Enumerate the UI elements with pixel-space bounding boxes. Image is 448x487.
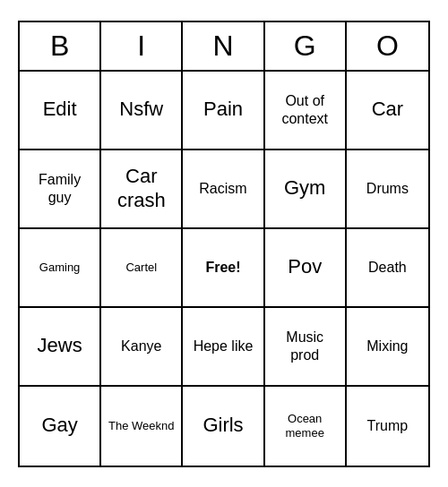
cell-text-2: Pain xyxy=(203,98,243,121)
bingo-cell-17[interactable]: Hepe like xyxy=(183,308,264,387)
bingo-cell-16[interactable]: Kanye xyxy=(101,308,183,387)
bingo-cell-4[interactable]: Car xyxy=(347,72,428,150)
bingo-cell-18[interactable]: Music prod xyxy=(265,308,347,387)
bingo-cell-2[interactable]: Pain xyxy=(183,72,264,150)
cell-text-11: Cartel xyxy=(125,261,157,275)
bingo-grid: EditNsfwPainOut of contextCarFamily guyC… xyxy=(20,72,428,466)
bingo-cell-5[interactable]: Family guy xyxy=(20,150,101,229)
cell-text-7: Racism xyxy=(199,180,246,197)
cell-text-0: Edit xyxy=(43,98,77,121)
bingo-cell-6[interactable]: Car crash xyxy=(101,150,183,229)
bingo-card: BINGO EditNsfwPainOut of contextCarFamil… xyxy=(18,21,430,467)
cell-text-18: Music prod xyxy=(271,329,340,363)
bingo-cell-11[interactable]: Cartel xyxy=(101,229,183,308)
bingo-header: BINGO xyxy=(20,22,428,72)
cell-text-24: Trump xyxy=(367,417,409,434)
bingo-cell-1[interactable]: Nsfw xyxy=(101,72,183,150)
header-letter-b: B xyxy=(20,22,101,70)
bingo-cell-9[interactable]: Drums xyxy=(347,150,428,229)
bingo-cell-13[interactable]: Pov xyxy=(265,229,347,308)
cell-text-1: Nsfw xyxy=(119,98,163,121)
cell-text-10: Gaming xyxy=(39,261,81,275)
cell-text-9: Drums xyxy=(366,180,409,197)
cell-text-6: Car crash xyxy=(107,165,176,212)
cell-text-23: Ocean memee xyxy=(271,412,340,440)
header-letter-o: O xyxy=(347,22,428,70)
bingo-cell-12[interactable]: Free! xyxy=(183,229,264,308)
cell-text-22: Girls xyxy=(202,414,243,437)
header-letter-g: G xyxy=(265,22,347,70)
cell-text-20: Gay xyxy=(41,414,77,437)
bingo-cell-10[interactable]: Gaming xyxy=(20,229,101,308)
cell-text-14: Death xyxy=(368,259,407,276)
cell-text-12: Free! xyxy=(205,259,240,276)
bingo-cell-14[interactable]: Death xyxy=(347,229,428,308)
bingo-cell-22[interactable]: Girls xyxy=(183,387,264,466)
header-letter-i: I xyxy=(101,22,183,70)
bingo-cell-3[interactable]: Out of context xyxy=(265,72,347,150)
bingo-cell-7[interactable]: Racism xyxy=(183,150,264,229)
bingo-cell-8[interactable]: Gym xyxy=(265,150,347,229)
bingo-cell-0[interactable]: Edit xyxy=(20,72,101,150)
header-letter-n: N xyxy=(183,22,264,70)
cell-text-5: Family guy xyxy=(25,171,94,205)
cell-text-13: Pov xyxy=(288,255,322,278)
bingo-cell-20[interactable]: Gay xyxy=(20,387,101,466)
cell-text-4: Car xyxy=(372,98,403,121)
cell-text-21: The Weeknd xyxy=(108,419,174,433)
cell-text-19: Mixing xyxy=(366,337,408,355)
cell-text-15: Jews xyxy=(38,334,82,357)
bingo-cell-24[interactable]: Trump xyxy=(347,387,428,466)
cell-text-3: Out of context xyxy=(271,92,340,126)
bingo-cell-19[interactable]: Mixing xyxy=(347,308,428,387)
cell-text-16: Kanye xyxy=(121,337,161,355)
cell-text-8: Gym xyxy=(284,176,325,200)
bingo-cell-23[interactable]: Ocean memee xyxy=(265,387,347,466)
cell-text-17: Hepe like xyxy=(194,337,254,355)
bingo-cell-21[interactable]: The Weeknd xyxy=(101,387,183,466)
bingo-cell-15[interactable]: Jews xyxy=(20,308,101,387)
